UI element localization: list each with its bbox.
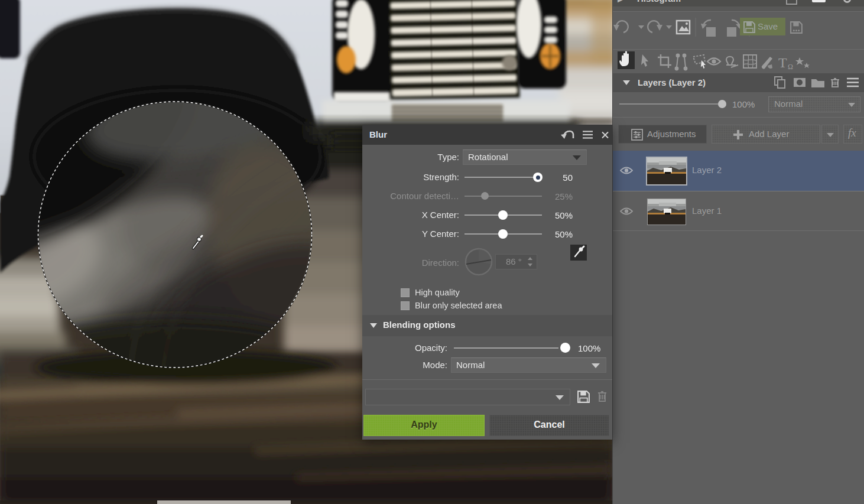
svg-text:Ω: Ω bbox=[788, 63, 793, 71]
svg-text:T: T bbox=[778, 55, 787, 70]
